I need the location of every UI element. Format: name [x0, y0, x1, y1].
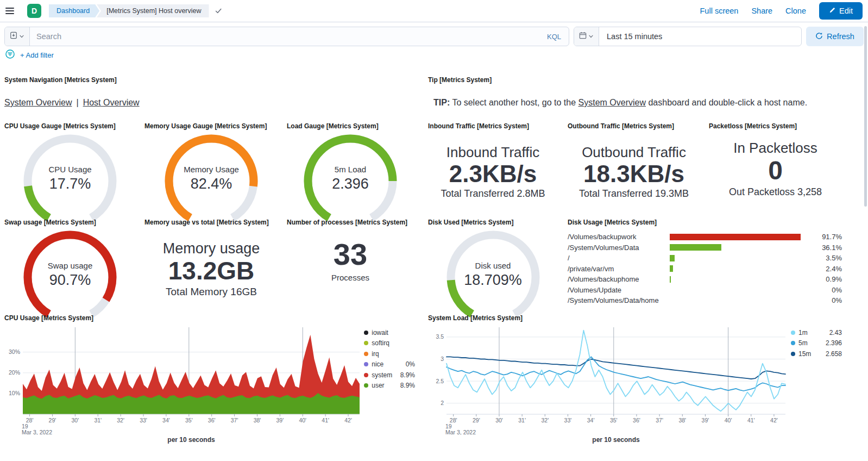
- packetloss-metric: In Packetloss 0 Out Packetloss 3,258: [709, 140, 842, 198]
- panel-title[interactable]: Outbound Traffic [Metrics System]: [568, 122, 700, 130]
- legend-label: system: [372, 371, 398, 379]
- legend-item[interactable]: 15m2.658: [791, 348, 842, 359]
- panel-title[interactable]: Tip [Metrics System]: [428, 76, 842, 84]
- panel-title[interactable]: CPU Usage [Metrics System]: [4, 314, 415, 322]
- clone-link[interactable]: Clone: [785, 7, 806, 15]
- memory-usage-gauge: Memory Usage 82.4%: [160, 133, 263, 228]
- full-screen-link[interactable]: Full screen: [700, 7, 738, 15]
- svg-text:34': 34': [587, 417, 595, 423]
- share-link[interactable]: Share: [751, 7, 772, 15]
- cpu-usage-chart[interactable]: 10%20%30%28'29'30'31'32'33'34'35'36'37'3…: [4, 323, 362, 435]
- gauge-value: 2.396: [299, 176, 402, 192]
- system-load-chart[interactable]: 22.533.528'29'30'31'32'33'34'35'36'37'38…: [428, 323, 789, 435]
- legend-label: irq: [372, 350, 398, 358]
- legend-item[interactable]: irq: [364, 348, 415, 359]
- legend-item[interactable]: 1m2.43: [791, 327, 842, 338]
- svg-text:2: 2: [441, 400, 444, 406]
- panel-cpu-usage-chart: CPU Usage [Metrics System] 10%20%30%28'2…: [0, 310, 419, 459]
- svg-text:36': 36': [633, 417, 640, 423]
- legend-item[interactable]: softirq: [364, 338, 415, 349]
- refresh-button[interactable]: Refresh: [806, 27, 864, 46]
- legend-item[interactable]: iowait: [364, 327, 415, 338]
- disk-path-label: /: [568, 254, 670, 262]
- svg-text:31': 31': [94, 417, 102, 423]
- panel-title[interactable]: Memory usage vs total [Metrics System]: [144, 219, 278, 226]
- refresh-icon: [815, 32, 823, 41]
- svg-text:42': 42': [770, 417, 778, 423]
- edit-button[interactable]: Edit: [819, 2, 863, 20]
- panel-title[interactable]: Load Gauge [Metrics System]: [287, 122, 414, 130]
- gauge-value: 17.7%: [18, 176, 122, 192]
- gauge-value: 82.4%: [160, 176, 263, 192]
- legend-color-dot: [791, 341, 795, 345]
- memory-total-metric: Memory usage 13.2GB Total Memory 16GB: [144, 240, 278, 298]
- system-overview-link[interactable]: System Overview: [4, 98, 72, 107]
- breadcrumb-dashboard[interactable]: Dashboard: [49, 4, 99, 17]
- host-overview-link[interactable]: Host Overview: [83, 98, 140, 107]
- top-navigation-bar: D Dashboard [Metrics System] Host overvi…: [0, 0, 868, 22]
- process-label: Processes: [287, 273, 414, 282]
- panel-load-gauge: Load Gauge [Metrics System] 5m Load 2.39…: [282, 118, 418, 211]
- query-bar: KQL Last 15 minutes Refresh: [0, 22, 868, 48]
- tip-text-before: To select another host, go to the: [450, 98, 578, 107]
- kql-toggle[interactable]: KQL: [539, 33, 569, 41]
- panel-title[interactable]: Number of processes [Metrics System]: [287, 219, 414, 226]
- saved-query-menu-button[interactable]: [5, 27, 30, 46]
- legend-value: 2.43: [825, 329, 842, 337]
- date-quick-select-button[interactable]: [574, 27, 599, 46]
- disk-usage-row: /private/var/vm2.4%: [568, 264, 842, 275]
- panel-title[interactable]: Swap usage [Metrics System]: [4, 219, 136, 226]
- disk-path-label: /Volumes/backupwork: [568, 233, 670, 241]
- legend-color-dot: [364, 341, 368, 345]
- legend-item[interactable]: nice0%: [364, 359, 415, 370]
- panel-title[interactable]: Disk Used [Metrics System]: [428, 219, 558, 226]
- legend-item[interactable]: user8.9%: [364, 381, 415, 391]
- svg-text:31': 31': [518, 417, 526, 423]
- vertical-scrollbar[interactable]: [864, 26, 867, 207]
- metric-value: 0: [709, 157, 842, 185]
- svg-text:30': 30': [72, 417, 79, 423]
- disk-usage-bar: [670, 234, 813, 240]
- panel-title[interactable]: System Load [Metrics System]: [428, 314, 842, 322]
- time-range-value[interactable]: Last 15 minutes: [599, 32, 662, 41]
- metric-label: Inbound Traffic: [428, 144, 558, 161]
- filter-bar: + Add filter: [0, 48, 868, 64]
- legend-color-dot: [364, 383, 368, 388]
- menu-icon[interactable]: [5, 6, 21, 16]
- svg-text:35': 35': [185, 417, 193, 423]
- x-axis-title: per 10 seconds: [446, 436, 785, 444]
- panel-system-load-chart: System Load [Metrics System] 22.533.528'…: [424, 310, 846, 459]
- disk-path-label: /Volumes/backuphome: [568, 275, 670, 283]
- add-filter-link[interactable]: + Add filter: [20, 51, 54, 59]
- search-input[interactable]: [30, 32, 539, 41]
- saved-query-icon: [10, 32, 17, 41]
- panel-title[interactable]: Packetloss [Metrics System]: [709, 122, 842, 130]
- panel-title[interactable]: Disk Usage [Metrics System]: [568, 219, 842, 226]
- refresh-button-label: Refresh: [827, 32, 854, 41]
- panel-title[interactable]: CPU Usage Gauge [Metrics System]: [4, 122, 136, 130]
- metric-subtitle: Total Transferred 2.8MB: [428, 188, 558, 200]
- gauge-label: CPU Usage: [18, 165, 122, 174]
- svg-text:33': 33': [140, 417, 147, 423]
- svg-text:34': 34': [162, 417, 170, 423]
- disk-path-label: /System/Volumes/Data: [568, 244, 670, 252]
- gauge-value: 90.7%: [18, 272, 122, 289]
- legend-item[interactable]: system8.9%: [364, 370, 415, 381]
- panel-title[interactable]: Inbound Traffic [Metrics System]: [428, 122, 558, 130]
- svg-text:38': 38': [678, 417, 686, 423]
- panel-title[interactable]: Memory Usage Gauge [Metrics System]: [144, 122, 278, 130]
- filter-icon[interactable]: [5, 49, 15, 61]
- legend-value: 8.9%: [398, 371, 415, 379]
- pencil-icon: [829, 7, 835, 15]
- cpu-chart-legend: iowaitsoftirqirqnice0%system8.9%user8.9%: [364, 327, 415, 435]
- panel-title[interactable]: System Navigation [Metrics System]: [4, 76, 414, 84]
- deployment-logo[interactable]: D: [27, 4, 41, 18]
- legend-label: 15m: [798, 350, 825, 358]
- load-gauge: 5m Load 2.396: [299, 133, 402, 228]
- outbound-traffic-metric: Outbound Traffic 18.3KB/s Total Transfer…: [568, 144, 700, 200]
- legend-item[interactable]: 5m2.396: [791, 338, 842, 349]
- tip-system-overview-link[interactable]: System Overview: [578, 98, 646, 107]
- legend-color-dot: [364, 331, 368, 335]
- svg-text:29': 29': [473, 417, 480, 423]
- disk-path-label: /private/var/vm: [568, 265, 670, 273]
